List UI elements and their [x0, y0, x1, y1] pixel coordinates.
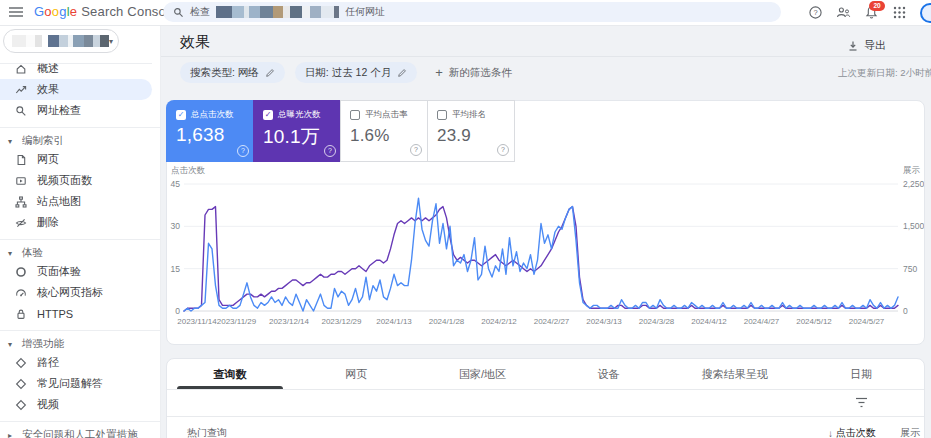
svg-text:2024/4/12: 2024/4/12: [691, 317, 727, 326]
divider: [161, 56, 931, 57]
sidebar-item-7[interactable]: 删除: [0, 212, 160, 233]
dimension-table-card: 查询数网页国家/地区设备搜索结果呈现日期 热门查询 ↓ 点击次数 展示: [166, 358, 925, 438]
sidebar-item-label: 站点地图: [37, 194, 81, 209]
sidebar-item-11[interactable]: HTTPS: [0, 303, 160, 324]
sidebar-item-label: 删除: [37, 215, 59, 230]
metric-tile-0[interactable]: ✓总点击次数1,638?: [166, 100, 254, 162]
date-range-chip[interactable]: 日期: 过去 12 个月: [295, 62, 417, 83]
divider: [0, 239, 160, 240]
sidebar-item-10[interactable]: 核心网页指标: [0, 282, 160, 303]
sidebar-section-label: 安全问题和人工处置措施: [22, 428, 138, 438]
video-pages-icon: [15, 175, 27, 187]
core-web-vitals-icon: [15, 287, 27, 299]
tab-0[interactable]: 查询数: [167, 359, 293, 389]
table-header-impressions[interactable]: 展示: [900, 426, 920, 438]
performance-chart-card: ✓总点击次数1,638?✓总曝光次数10.1万?平均点击率1.6%?平均排名23…: [166, 100, 925, 345]
svg-text:2024/3/13: 2024/3/13: [586, 317, 622, 326]
tab-1[interactable]: 网页: [293, 359, 419, 389]
add-filter-button[interactable]: + 新的筛选条件: [435, 65, 512, 80]
sidebar-section-8[interactable]: ▾体验: [0, 245, 160, 261]
apps-grid-icon[interactable]: [892, 5, 907, 20]
svg-text:2023/12/14: 2023/12/14: [269, 317, 310, 326]
breadcrumbs-icon: [15, 357, 27, 369]
sidebar-item-label: 路径: [37, 355, 59, 370]
table-header-queries: 热门查询: [187, 426, 227, 438]
tab-4[interactable]: 搜索结果呈现: [672, 359, 798, 389]
divider: [0, 421, 160, 422]
sidebar-item-13[interactable]: 路径: [0, 352, 160, 373]
metric-tile-top: 平均排名: [437, 109, 506, 121]
removals-icon: [15, 217, 27, 229]
home-icon: [15, 63, 27, 75]
metric-label: 总曝光次数: [278, 109, 321, 121]
help-circle-icon[interactable]: ?: [497, 144, 509, 156]
sidebar-section-16[interactable]: ▸安全问题和人工处置措施: [0, 427, 160, 438]
table-filter-row: [167, 390, 924, 417]
help-icon[interactable]: ?: [808, 5, 823, 20]
sidebar-item-label: 核心网页指标: [37, 285, 103, 300]
chevron-down-icon: ▾: [8, 249, 16, 258]
help-circle-icon[interactable]: ?: [237, 145, 249, 157]
divider: [0, 330, 160, 331]
notifications-bell-icon[interactable]: 20: [864, 5, 879, 20]
sidebar-section-3[interactable]: ▾编制索引: [0, 133, 160, 149]
tab-label: 日期: [850, 367, 872, 382]
edit-pencil-icon: [397, 68, 407, 78]
svg-text:2023/11/29: 2023/11/29: [217, 317, 257, 326]
active-tab-underline: [177, 386, 283, 389]
avatar[interactable]: [920, 3, 931, 23]
svg-text:2024/5/12: 2024/5/12: [796, 317, 832, 326]
sidebar-item-4[interactable]: 网页: [0, 149, 160, 170]
metric-tile-1[interactable]: ✓总曝光次数10.1万?: [253, 100, 341, 162]
svg-text:30: 30: [171, 221, 181, 231]
metric-value: 1.6%: [350, 126, 419, 146]
table-sort-clicks[interactable]: ↓ 点击次数: [828, 426, 876, 438]
hamburger-menu-icon[interactable]: [8, 5, 24, 19]
checked-checkbox-icon[interactable]: ✓: [263, 110, 273, 120]
tab-label: 搜索结果呈现: [702, 367, 768, 382]
svg-text:750: 750: [903, 264, 917, 274]
sidebar-section-label: 增强功能: [22, 337, 64, 351]
sidebar-item-5[interactable]: 视频页面数: [0, 170, 160, 191]
sidebar-section-12[interactable]: ▾增强功能: [0, 336, 160, 352]
search-type-chip[interactable]: 搜索类型: 网络: [180, 62, 285, 83]
sidebar-section-label: 体验: [22, 246, 43, 260]
svg-text:1,500: 1,500: [903, 221, 924, 231]
sidebar-item-9[interactable]: 页面体验: [0, 261, 160, 282]
tab-2[interactable]: 国家/地区: [419, 359, 545, 389]
filter-icon[interactable]: [855, 397, 868, 408]
export-button[interactable]: 导出: [847, 38, 886, 53]
unchecked-checkbox-icon[interactable]: [437, 110, 447, 120]
chevron-down-icon: ▾: [8, 340, 16, 349]
unchecked-checkbox-icon[interactable]: [350, 110, 360, 120]
sidebar-item-14[interactable]: 常见问题解答: [0, 373, 160, 394]
sidebar-item-2[interactable]: 网址检查: [0, 100, 160, 121]
sidebar: ▾ 概述效果网址检查▾编制索引网页视频页面数站点地图删除▾体验页面体验核心网页指…: [0, 25, 161, 438]
sidebar-item-6[interactable]: 站点地图: [0, 191, 160, 212]
help-circle-icon[interactable]: ?: [410, 144, 422, 156]
checked-checkbox-icon[interactable]: ✓: [176, 110, 186, 120]
sidebar-item-15[interactable]: 视频: [0, 394, 160, 415]
metric-tile-3[interactable]: 平均排名23.9?: [427, 100, 515, 162]
metric-label: 平均点击率: [365, 109, 408, 121]
edit-pencil-icon: [265, 68, 275, 78]
property-selector[interactable]: ▾: [3, 29, 119, 53]
redacted-property-name: [12, 35, 109, 47]
url-inspection-searchbar[interactable]: 检查 任何网址: [163, 2, 781, 22]
metric-tile-2[interactable]: 平均点击率1.6%?: [340, 100, 428, 162]
app-logo[interactable]: GoogleSearch Console: [34, 4, 176, 19]
svg-text:2024/1/28: 2024/1/28: [429, 317, 465, 326]
svg-text:2,250: 2,250: [903, 179, 924, 189]
metric-value: 1,638: [176, 124, 245, 146]
tab-3[interactable]: 设备: [546, 359, 672, 389]
google-wordmark: Google: [34, 4, 77, 19]
table-header-clicks: 点击次数: [836, 426, 876, 438]
sidebar-item-0[interactable]: 概述: [0, 58, 160, 79]
performance-line-chart[interactable]: 0015750301,500452,250点击次数展示2023/11/14202…: [167, 163, 924, 346]
tab-5[interactable]: 日期: [798, 359, 924, 389]
metric-tiles: ✓总点击次数1,638?✓总曝光次数10.1万?平均点击率1.6%?平均排名23…: [166, 100, 515, 162]
help-circle-icon[interactable]: ?: [324, 145, 336, 157]
metric-label: 总点击次数: [191, 109, 234, 121]
manage-users-icon[interactable]: [836, 5, 851, 20]
sidebar-item-1[interactable]: 效果: [0, 79, 152, 100]
